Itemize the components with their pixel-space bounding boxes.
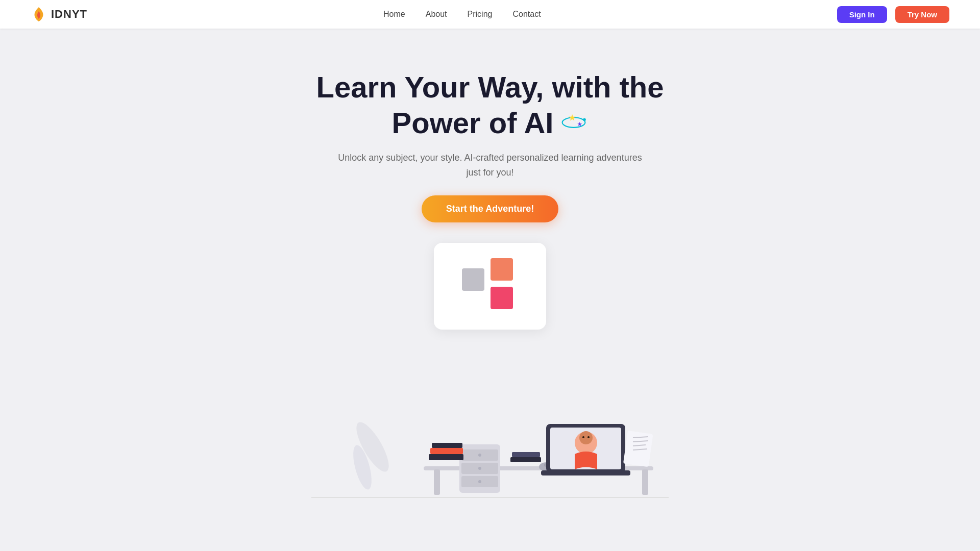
svg-point-15 <box>478 480 481 483</box>
nav-pricing[interactable]: Pricing <box>468 10 493 18</box>
svg-rect-19 <box>510 457 541 462</box>
svg-rect-18 <box>432 443 462 448</box>
block-orange <box>491 258 513 281</box>
svg-rect-30 <box>623 431 653 467</box>
nav-about[interactable]: About <box>426 10 447 18</box>
illustration-wrapper <box>311 345 669 498</box>
hero-title-line2-text: Power of AI <box>392 105 554 141</box>
logo-link[interactable]: IDNYT <box>31 6 87 22</box>
signin-button[interactable]: Sign In <box>837 6 887 23</box>
nav-contact[interactable]: Contact <box>512 10 541 18</box>
hero-subtitle: Unlock any subject, your style. AI-craft… <box>332 151 648 180</box>
star-orbit-icon: ★ ★ <box>559 111 588 132</box>
block-gray <box>462 268 484 291</box>
learning-illustration <box>311 345 669 498</box>
svg-point-29 <box>587 436 590 438</box>
adventure-button[interactable]: Start the Adventure! <box>422 195 558 222</box>
block-pink <box>491 287 513 309</box>
svg-rect-25 <box>541 470 630 475</box>
svg-point-14 <box>478 467 481 470</box>
svg-point-28 <box>582 436 584 438</box>
svg-rect-7 <box>434 469 440 495</box>
nav-links: Home About Pricing Contact <box>383 10 541 19</box>
navbar: IDNYT Home About Pricing Contact Sign In… <box>0 0 980 29</box>
bottom-line <box>311 497 669 498</box>
hero-title: Learn Your Way, with the Power of AI ★ ★ <box>316 69 664 140</box>
hero-emoji: ★ ★ <box>559 107 588 138</box>
svg-rect-20 <box>512 452 540 457</box>
nav-actions: Sign In Try Now <box>837 6 949 23</box>
nav-home[interactable]: Home <box>383 10 405 18</box>
card-graphic <box>434 243 546 330</box>
blocks-container <box>462 258 518 314</box>
svg-rect-17 <box>430 448 463 454</box>
hero-title-line1: Learn Your Way, with the <box>316 70 664 104</box>
hero-section: Learn Your Way, with the Power of AI ★ ★… <box>0 29 980 498</box>
svg-rect-8 <box>642 469 648 495</box>
svg-text:★: ★ <box>577 121 582 127</box>
logo-icon <box>31 6 47 22</box>
svg-point-3 <box>583 118 586 121</box>
logo-text: IDNYT <box>51 8 87 21</box>
svg-point-27 <box>579 431 593 444</box>
trynow-button[interactable]: Try Now <box>895 6 949 23</box>
svg-rect-16 <box>429 454 463 460</box>
svg-point-13 <box>478 454 481 457</box>
svg-text:★: ★ <box>569 113 576 122</box>
